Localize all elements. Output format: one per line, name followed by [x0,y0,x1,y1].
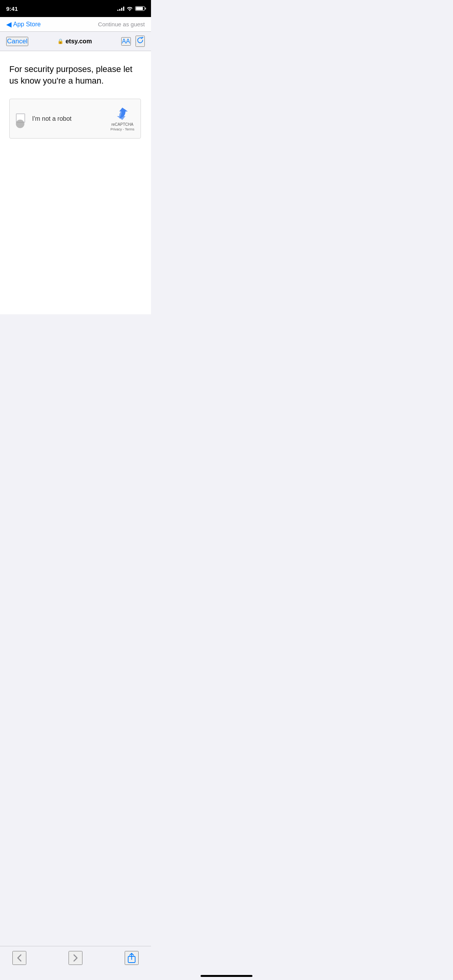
appstore-bar: ◀ App Store Continue as guest [0,17,151,32]
browser-actions: AA [121,36,145,47]
security-message: For security purposes, please let us kno… [9,63,142,86]
link-separator: - [122,127,125,131]
recaptcha-label: I'm not a robot [32,115,72,122]
wifi-icon [127,6,133,11]
lock-icon: 🔒 [57,38,63,44]
appstore-back-label: App Store [13,21,41,28]
reader-mode-button[interactable]: AA [121,37,131,46]
continue-guest-label[interactable]: Continue as guest [98,21,145,27]
recaptcha-logo-icon [114,106,131,122]
signal-icon [117,6,124,11]
recaptcha-branding: reCAPTCHA Privacy - Terms [110,106,134,131]
checkbox-shadow [16,120,24,128]
recaptcha-widget[interactable]: I'm not a robot reCAPTCHA Privacy - Term… [9,99,141,139]
recaptcha-checkbox[interactable] [16,113,27,124]
recaptcha-brand-name: reCAPTCHA [112,122,134,127]
main-content: For security purposes, please let us kno… [0,51,151,314]
terms-link[interactable]: Terms [125,127,135,131]
status-time: 9:41 [6,5,18,12]
url-domain: etsy.com [65,38,92,45]
battery-icon [135,6,145,11]
browser-url-bar[interactable]: 🔒 etsy.com [57,38,92,45]
refresh-button[interactable] [136,36,145,47]
refresh-icon [136,36,144,44]
browser-bar: Cancel 🔒 etsy.com AA [0,32,151,51]
recaptcha-left: I'm not a robot [16,113,72,124]
status-bar: 9:41 [0,0,151,17]
recaptcha-links: Privacy - Terms [110,127,134,131]
privacy-link[interactable]: Privacy [110,127,122,131]
cancel-button[interactable]: Cancel [6,37,28,46]
appstore-back-button[interactable]: ◀ App Store [6,20,41,29]
back-arrow-icon: ◀ [6,20,12,29]
status-icons [117,6,145,11]
